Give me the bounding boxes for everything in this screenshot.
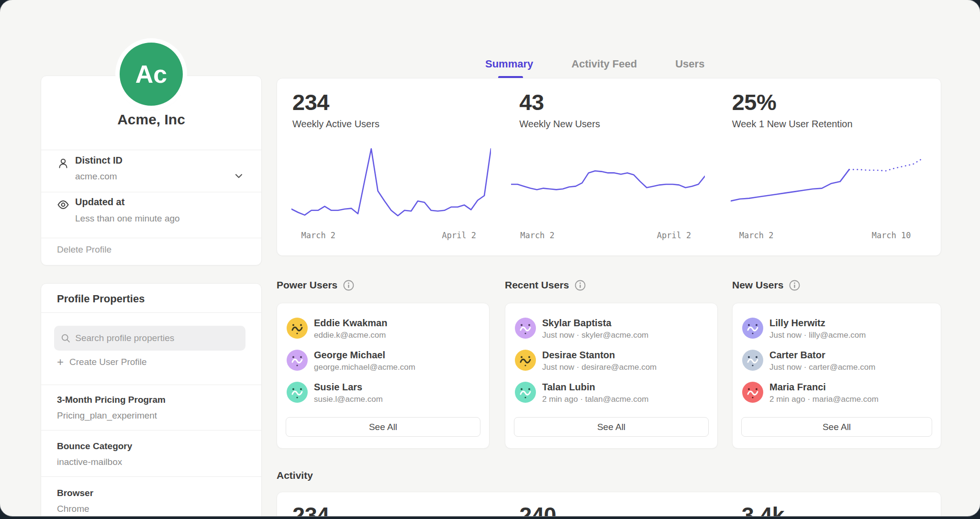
see-all-button[interactable]: See All	[286, 417, 480, 437]
profile-properties-card: Profile Properties + Create User Profile…	[41, 283, 262, 516]
line-chart	[511, 146, 705, 218]
line-chart	[291, 146, 491, 218]
power-users-card: Eddie Kwakmaneddie.k@acme.comGeorge Mich…	[277, 303, 490, 449]
x-axis-tick: March 2	[739, 231, 774, 240]
x-axis-tick: April 2	[442, 231, 476, 240]
user-meta: 2 min ago · talan@acme.com	[542, 395, 648, 404]
user-list-item[interactable]: Eddie Kwakmaneddie.k@acme.com	[287, 318, 479, 341]
section-title: New Users	[732, 279, 783, 291]
summary-stats-card: 234 Weekly Active Users March 2 April 2 …	[277, 78, 941, 256]
user-list-item[interactable]: Talan Lubin2 min ago · talan@acme.com	[515, 382, 708, 405]
user-name: Desirae Stanton	[542, 350, 615, 361]
week1-retention-chart: March 2 March 10	[731, 146, 922, 241]
tab-activity-feed[interactable]: Activity Feed	[571, 58, 637, 70]
user-list-item[interactable]: Carter BatorJust now · carter@acme.com	[742, 350, 931, 373]
divider	[41, 476, 261, 477]
activity-stat: 3.4k	[723, 492, 941, 516]
user-avatar	[515, 350, 536, 371]
user-list-item[interactable]: Susie Larssusie.l@acme.com	[287, 382, 479, 405]
company-avatar: Ac	[120, 43, 183, 106]
user-meta: Just now · desirare@acme.com	[542, 363, 657, 372]
stat-weekly-new-users: 43 Weekly New Users March 2 April 2	[501, 78, 722, 255]
profile-properties-search[interactable]	[54, 326, 245, 351]
x-axis-tick: March 2	[301, 231, 335, 240]
property-name: Bounce Category	[57, 441, 132, 452]
weekly-new-users-chart: March 2 April 2	[511, 146, 705, 241]
user-avatar	[287, 318, 308, 339]
create-user-profile-label: Create User Profile	[69, 357, 147, 367]
dashboard-frame: Ac Acme, Inc Distinct ID acme.com Update…	[0, 0, 980, 516]
field-label: Distinct ID	[75, 155, 122, 166]
divider	[41, 312, 261, 313]
info-icon[interactable]	[343, 280, 354, 291]
user-list-item[interactable]: Lilly HerwitzJust now · lilly@acme.com	[742, 318, 931, 341]
property-name: Browser	[57, 488, 93, 498]
search-input[interactable]	[75, 333, 239, 343]
user-name: Susie Lars	[314, 382, 362, 393]
property-value: inactive-mailbox	[57, 457, 122, 467]
user-name: Talan Lubin	[542, 382, 595, 393]
user-list-item[interactable]: George Michaelgeorge.michael@acme.com	[287, 350, 479, 373]
see-all-button[interactable]: See All	[514, 417, 709, 437]
property-value: Chrome	[57, 504, 89, 514]
user-name: George Michael	[314, 350, 385, 361]
recent-users-card: Skylar BaptistaJust now · skyler@acme.co…	[505, 303, 718, 449]
user-meta: 2 min ago · maria@acme.com	[769, 395, 879, 404]
user-meta: george.michael@acme.com	[314, 363, 415, 372]
power-users-heading: Power Users	[277, 279, 354, 291]
chevron-down-icon[interactable]	[234, 171, 244, 181]
stat-value: 234	[292, 502, 329, 516]
line-chart	[731, 146, 922, 218]
user-name: Eddie Kwakman	[314, 318, 387, 329]
activity-stat: 240	[501, 492, 722, 516]
section-title: Recent Users	[505, 279, 569, 291]
recent-users-heading: Recent Users	[505, 279, 586, 291]
divider	[41, 238, 261, 238]
user-avatar	[287, 350, 308, 371]
stat-label: Weekly Active Users	[292, 119, 379, 130]
info-icon[interactable]	[789, 280, 800, 291]
main-tabs: Summary Activity Feed Users	[485, 58, 704, 70]
activity-heading: Activity	[277, 470, 313, 481]
field-value: acme.com	[75, 171, 117, 182]
info-icon[interactable]	[575, 280, 586, 291]
user-list-item[interactable]: Skylar BaptistaJust now · skyler@acme.co…	[515, 318, 708, 341]
property-name: 3-Month Pricing Program	[57, 395, 166, 405]
profile-properties-title: Profile Properties	[57, 293, 145, 305]
divider	[41, 430, 261, 431]
stat-value: 240	[519, 502, 556, 516]
create-user-profile-button[interactable]: + Create User Profile	[57, 356, 147, 368]
user-name: Maria Franci	[769, 382, 826, 393]
property-value: Pricing_plan_experiment	[57, 410, 157, 421]
plus-icon: +	[57, 356, 64, 368]
user-list-item[interactable]: Maria Franci2 min ago · maria@acme.com	[742, 382, 931, 405]
see-all-button[interactable]: See All	[741, 417, 932, 437]
company-name: Acme, Inc	[41, 111, 261, 128]
divider	[41, 385, 261, 385]
x-axis-tick: March 2	[520, 231, 555, 240]
user-name: Lilly Herwitz	[769, 318, 825, 329]
x-axis-tick: March 10	[872, 231, 911, 240]
new-users-card: Lilly HerwitzJust now · lilly@acme.comCa…	[732, 303, 941, 449]
stat-value: 3.4k	[742, 502, 784, 516]
user-meta: Just now · carter@acme.com	[769, 363, 875, 372]
tab-users[interactable]: Users	[675, 58, 704, 70]
tab-summary[interactable]: Summary	[485, 58, 533, 70]
user-avatar	[742, 350, 763, 371]
stat-value: 25%	[732, 89, 777, 115]
user-list-item[interactable]: Desirae StantonJust now · desirare@acme.…	[515, 350, 708, 373]
field-label: Updated at	[75, 197, 124, 208]
user-avatar	[742, 382, 763, 403]
user-avatar	[515, 382, 536, 403]
user-meta: susie.l@acme.com	[314, 395, 383, 404]
delete-profile-button[interactable]: Delete Profile	[57, 244, 111, 255]
weekly-active-users-chart: March 2 April 2	[291, 146, 491, 241]
eye-icon	[57, 199, 69, 211]
user-meta: Just now · lilly@acme.com	[769, 331, 866, 340]
stat-week1-retention: 25% Week 1 New User Retention March 2 Ma…	[723, 78, 941, 255]
divider	[41, 192, 261, 192]
activity-stat: 234	[277, 492, 501, 516]
stat-label: Week 1 New User Retention	[732, 119, 853, 130]
field-value: Less than one minute ago	[75, 213, 180, 224]
search-icon	[61, 333, 70, 343]
